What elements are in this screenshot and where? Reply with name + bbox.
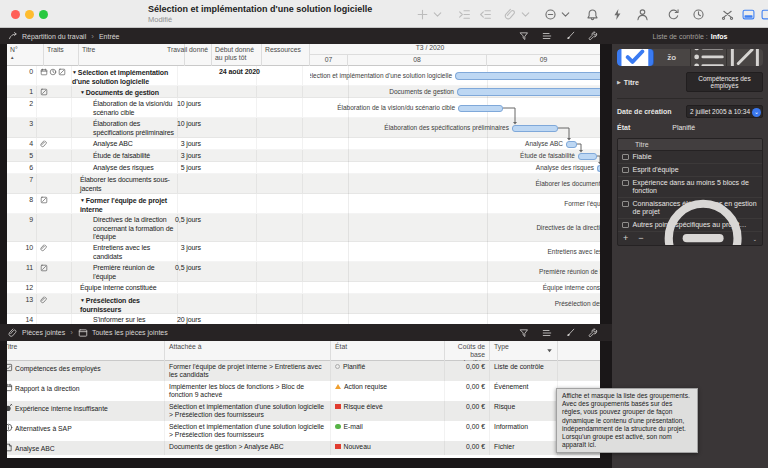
- task-title-text: Étude de faisabilité: [93, 152, 150, 159]
- title-field[interactable]: Compétences des employés: [686, 72, 763, 92]
- attachment-column-header-4[interactable]: Coûts de base planifiés: [445, 341, 490, 361]
- panel-right-icon[interactable]: [761, 8, 768, 21]
- funnel-icon[interactable]: [519, 31, 529, 41]
- task-start-value: [205, 138, 257, 149]
- creation-date-label: Date de création: [617, 108, 671, 115]
- attachment-column-header-3[interactable]: État: [331, 341, 445, 361]
- caret-down-icon[interactable]: [559, 8, 572, 21]
- breadcrumb-view[interactable]: Répartition du travail: [22, 33, 86, 40]
- attachment-row[interactable]: Analyse ABCDocuments de gestion > Analys…: [0, 441, 600, 455]
- indent-icon[interactable]: [458, 8, 471, 21]
- panel-bottom-icon[interactable]: [742, 8, 755, 21]
- disclosure-triangle-icon[interactable]: ▼: [80, 297, 85, 303]
- tab-checklist[interactable]: [617, 49, 654, 66]
- attachment-status: Planifié: [331, 361, 445, 381]
- attachment-column-header-1[interactable]: Titre: [0, 341, 165, 361]
- customize-icon[interactable]: [721, 8, 734, 21]
- task-start-value: [205, 174, 257, 193]
- disclosure-triangle-icon[interactable]: ▼: [72, 69, 77, 75]
- clock-icon: [49, 68, 57, 76]
- window-left-edge: [0, 44, 7, 458]
- wrench-icon[interactable]: [588, 328, 598, 338]
- person-icon[interactable]: [636, 8, 649, 21]
- task-title-text: Élaborer les documents sous-jacents: [80, 176, 170, 192]
- task-traits: [37, 118, 72, 137]
- gantt-timeline-header[interactable]: T3 / 2020 07 08 09: [310, 44, 600, 66]
- column-header-resources[interactable]: Ressources: [262, 44, 310, 66]
- brush-icon[interactable]: [565, 31, 575, 41]
- bell-icon[interactable]: [586, 8, 599, 21]
- attachment-row[interactable]: Expérience interne insuffisanteSélection…: [0, 401, 600, 421]
- attachment-column-header-5[interactable]: Type: [490, 341, 558, 361]
- attachment-row[interactable]: Compétences des employésFormer l'équipe …: [0, 361, 600, 381]
- checkbox[interactable]: [622, 167, 629, 174]
- creation-date-dropdown[interactable]: 2 juillet 2005 à 10:34⌄: [686, 105, 763, 118]
- checkbox[interactable]: [622, 201, 629, 208]
- attachment-cost: 0,00 €: [445, 361, 490, 381]
- caret-down-icon[interactable]: [431, 8, 444, 21]
- close-window-button[interactable]: [11, 10, 20, 19]
- paperclip-icon: [40, 296, 48, 304]
- column-filter-icon[interactable]: [545, 346, 554, 355]
- attachment-row[interactable]: Rapport à la directionImplémenter les bl…: [0, 381, 600, 401]
- paperclip-icon[interactable]: [504, 8, 517, 21]
- outdent-icon[interactable]: [479, 8, 492, 21]
- checklist-item[interactable]: Fiable: [618, 151, 762, 164]
- disclosure-triangle-icon[interactable]: ▼: [80, 197, 85, 203]
- group-list-icon[interactable]: [542, 328, 552, 338]
- attachment-column-header-2[interactable]: Attachée à: [165, 341, 331, 361]
- checkbox[interactable]: [622, 222, 629, 229]
- task-work-value: [178, 66, 205, 85]
- tab-sort[interactable]: z̄o: [654, 49, 691, 66]
- progress-icon[interactable]: [692, 8, 705, 21]
- attachment-row[interactable]: Alternatives à SAPSélection et implément…: [0, 421, 600, 441]
- remove-item-button[interactable]: −: [638, 234, 643, 243]
- task-start-value: [205, 314, 257, 324]
- item-status-dropdown[interactable]: ⌄: [654, 189, 757, 246]
- sync-icon[interactable]: [667, 8, 680, 21]
- add-item-button[interactable]: +: [623, 234, 628, 243]
- column-header-num[interactable]: N° ▲: [7, 44, 44, 66]
- column-header-work[interactable]: Travail donné: [185, 44, 212, 66]
- task-title-text: Analyse ABC: [93, 140, 133, 147]
- checkbox[interactable]: [622, 180, 629, 187]
- task-title-text: Élaboration de la vision/du scénario cib…: [93, 100, 172, 116]
- breadcrumb-attachments[interactable]: Pièces jointes: [22, 329, 65, 336]
- timeline-month-label: 08: [348, 55, 487, 66]
- chevron-down-icon[interactable]: ⌄: [752, 108, 761, 117]
- attachments-options-toolbar: [519, 328, 604, 338]
- note-icon: [40, 88, 48, 96]
- task-work-value: 20 jours: [178, 314, 205, 324]
- attachment-type: Liste de contrôle: [490, 361, 558, 381]
- funnel-icon[interactable]: [519, 328, 529, 338]
- column-header-traits[interactable]: Traits: [44, 44, 79, 66]
- caret-down-icon[interactable]: [519, 8, 532, 21]
- disclosure-triangle-icon[interactable]: ▶: [617, 79, 621, 85]
- task-work-value: 5 jours: [178, 162, 205, 173]
- task-traits: [37, 282, 72, 293]
- checklist-column-header: Titre: [618, 139, 762, 151]
- tab-outline[interactable]: [691, 49, 728, 66]
- workload-view-icon: [8, 31, 18, 41]
- attachment-attached-to: Sélection et implémentation d'une soluti…: [165, 421, 331, 441]
- minimize-window-button[interactable]: [25, 10, 34, 19]
- checklist-item[interactable]: Esprit d'équipe: [618, 164, 762, 177]
- checkbox[interactable]: [622, 154, 629, 161]
- tab-note[interactable]: [727, 49, 763, 66]
- status-circle-icon[interactable]: [544, 8, 557, 21]
- task-title-text: Documents de gestion: [86, 89, 159, 96]
- add-icon[interactable]: [416, 8, 429, 21]
- attachment-attached-to: Documents de gestion > Analyse ABC: [165, 441, 331, 455]
- wrench-icon[interactable]: [588, 31, 598, 41]
- violation-icon[interactable]: [611, 8, 624, 21]
- column-header-start[interactable]: Début donné au plus tôt: [212, 44, 262, 66]
- task-title-text: Directives de la direction concernant la…: [93, 216, 173, 240]
- breadcrumb-entry[interactable]: Entrée: [99, 33, 120, 40]
- brush-icon[interactable]: [565, 328, 575, 338]
- zoom-window-button[interactable]: [39, 10, 48, 19]
- disclosure-triangle-icon[interactable]: ▼: [80, 89, 85, 95]
- group-list-icon[interactable]: [542, 31, 552, 41]
- task-traits: [37, 138, 72, 149]
- attachment-title: Analyse ABC: [0, 441, 165, 455]
- breadcrumb-all-attachments[interactable]: Toutes les pièces jointes: [92, 329, 168, 336]
